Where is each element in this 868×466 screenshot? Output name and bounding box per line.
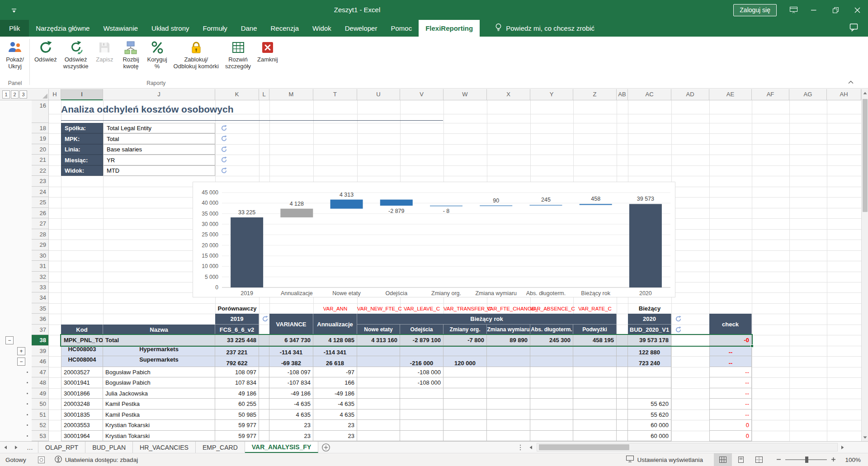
- table-cell-odej[interactable]: [400, 399, 443, 410]
- refresh-icon[interactable]: [675, 315, 682, 322]
- sheet-tab-bud-plan[interactable]: BUD_PLAN: [85, 442, 133, 453]
- table-cell-ann[interactable]: 23: [313, 420, 357, 431]
- table-cell-nazwa[interactable]: Krystian Tokarski: [103, 420, 215, 431]
- table-cell-zmorg[interactable]: 120 000: [443, 356, 487, 367]
- table-cell-abs[interactable]: [530, 377, 573, 388]
- header-check[interactable]: check: [709, 314, 752, 335]
- table-cell-odej[interactable]: [400, 388, 443, 399]
- column-header-M[interactable]: M: [269, 89, 313, 100]
- header-2019[interactable]: 2019: [215, 314, 259, 325]
- table-cell-empty[interactable]: [259, 420, 269, 431]
- table-cell-nazwa[interactable]: Kamil Pestka: [103, 399, 215, 410]
- outline-level-1[interactable]: 1: [2, 90, 10, 99]
- column-header-H[interactable]: H: [49, 89, 61, 100]
- ribbon-tab-narz-dzia-g-wne[interactable]: Narzędzia główne: [29, 20, 96, 37]
- table-cell-bud[interactable]: [628, 367, 671, 377]
- hscroll-right-icon[interactable]: [839, 442, 847, 453]
- row-header-28[interactable]: 28: [32, 229, 49, 240]
- hscroll-left-icon[interactable]: [527, 442, 535, 453]
- table-cell-fcs[interactable]: 108 097: [215, 367, 259, 377]
- row-header-30[interactable]: 30: [32, 250, 49, 261]
- row-header-51[interactable]: 51: [32, 410, 49, 420]
- header-variance[interactable]: VARIANCE: [269, 314, 313, 335]
- table-cell-nazwa[interactable]: Bogusław Pabich: [103, 367, 215, 377]
- sheet-tab-olap-rpt[interactable]: OLAP_RPT: [38, 442, 85, 453]
- row-header-39[interactable]: 39: [32, 346, 49, 356]
- table-cell-fcs[interactable]: 49 186: [215, 388, 259, 399]
- table-cell-zmorg[interactable]: [443, 367, 487, 377]
- restore-button[interactable]: [825, 0, 846, 20]
- table-cell-check[interactable]: --: [709, 367, 752, 377]
- column-header-U[interactable]: U: [357, 89, 400, 100]
- header-odej-cia[interactable]: Odejścia: [400, 325, 443, 335]
- table-cell-check[interactable]: --: [709, 399, 752, 410]
- table-cell-nazwa[interactable]: Bogusław Pabich: [103, 377, 215, 388]
- table-cell-empty[interactable]: [259, 335, 269, 346]
- table-cell-podw[interactable]: [573, 356, 617, 367]
- row-header-50[interactable]: 50: [32, 399, 49, 410]
- column-header-AD[interactable]: AD: [671, 89, 709, 100]
- refresh-icon[interactable]: [675, 326, 682, 333]
- table-cell-empty[interactable]: [617, 335, 628, 346]
- ribbon-button-poka-ukryj[interactable]: Pokaż/ Ukryj: [2, 38, 28, 70]
- table-cell-empty[interactable]: [259, 399, 269, 410]
- table-cell-zmorg[interactable]: -7 800: [443, 335, 487, 346]
- worksheet-area[interactable]: Analiza odchyleń kosztów osobowychSpółka…: [49, 100, 861, 441]
- table-cell-abs[interactable]: [530, 346, 573, 356]
- ribbon-tab-wstawianie[interactable]: Wstawianie: [96, 20, 145, 37]
- row-header-31[interactable]: 31: [32, 261, 49, 272]
- tell-me-box[interactable]: Powiedz mi, co chcesz zrobić: [495, 20, 594, 37]
- table-cell-bud[interactable]: 122 880: [628, 346, 671, 356]
- table-cell-zmorg[interactable]: [443, 377, 487, 388]
- table-cell-fcs[interactable]: 107 834: [215, 377, 259, 388]
- filter-value-linia[interactable]: Base salaries: [103, 144, 215, 155]
- row-header-26[interactable]: 26: [32, 208, 49, 218]
- table-cell-zmwym[interactable]: [487, 431, 530, 441]
- table-cell-kod[interactable]: 30001835: [61, 410, 103, 420]
- ribbon-tab-pomoc[interactable]: Pomoc: [384, 20, 419, 37]
- table-cell-ann[interactable]: -97: [313, 367, 357, 377]
- header-nazwa[interactable]: Nazwa: [103, 325, 215, 335]
- header-zmiany-org[interactable]: Zmiany org.: [443, 325, 487, 335]
- zoom-in-icon[interactable]: [831, 457, 836, 463]
- column-header-AE[interactable]: AE: [709, 89, 752, 100]
- table-cell-kod[interactable]: MPK_PNL_TOT: [61, 335, 103, 346]
- column-header-AB[interactable]: AB: [617, 89, 628, 100]
- table-cell-nowe[interactable]: [357, 420, 400, 431]
- column-header-W[interactable]: W: [443, 89, 487, 100]
- row-header-32[interactable]: 32: [32, 272, 49, 282]
- ribbon-display-options-icon[interactable]: [784, 0, 803, 20]
- close-button[interactable]: [846, 0, 868, 20]
- table-cell-bud[interactable]: 55 620: [628, 410, 671, 420]
- table-cell-ann[interactable]: -114 341: [313, 346, 357, 356]
- table-cell-fcs[interactable]: 237 221: [215, 346, 259, 356]
- table-cell-nowe[interactable]: 4 313 160: [357, 335, 400, 346]
- table-cell-nowe[interactable]: [357, 367, 400, 377]
- header-fcs[interactable]: FCS_6_6_v2: [215, 325, 259, 335]
- table-cell-abs[interactable]: [530, 367, 573, 377]
- view-page-layout-button[interactable]: [732, 453, 750, 466]
- table-cell-nazwa[interactable]: Julia Jackowska: [103, 388, 215, 399]
- table-cell-nazwa[interactable]: Hypermarkets: [103, 346, 215, 356]
- row-header-47[interactable]: 47: [32, 367, 49, 377]
- zoom-out-icon[interactable]: [776, 457, 781, 463]
- row-header-36[interactable]: 36: [32, 314, 49, 325]
- ribbon-button-koryguj[interactable]: Koryguj %: [144, 38, 170, 70]
- table-cell-zmwym[interactable]: [487, 377, 530, 388]
- variance-waterfall-chart[interactable]: 05 00010 00015 00020 00025 00030 00035 0…: [193, 182, 675, 297]
- table-cell-podw[interactable]: 458 195: [573, 335, 617, 346]
- table-cell-kod[interactable]: HC008003: [61, 346, 103, 356]
- table-cell-nowe[interactable]: [357, 410, 400, 420]
- table-cell-variance[interactable]: -108 097: [269, 367, 313, 377]
- table-cell-check[interactable]: --: [709, 388, 752, 399]
- table-cell-zmwym[interactable]: [487, 388, 530, 399]
- filter-value-mpk[interactable]: Total: [103, 133, 215, 144]
- select-all-icon[interactable]: [42, 94, 47, 99]
- row-header-35[interactable]: 35: [32, 303, 49, 314]
- table-cell-zmorg[interactable]: [443, 431, 487, 441]
- view-page-break-button[interactable]: [750, 453, 768, 466]
- filter-value-widok[interactable]: MTD: [103, 165, 215, 176]
- quick-access-toolbar-icon[interactable]: [11, 7, 17, 15]
- table-cell-fcs[interactable]: 33 225 448: [215, 335, 259, 346]
- accessibility-status[interactable]: Ułatwienia dostępu: zbadaj: [55, 456, 138, 464]
